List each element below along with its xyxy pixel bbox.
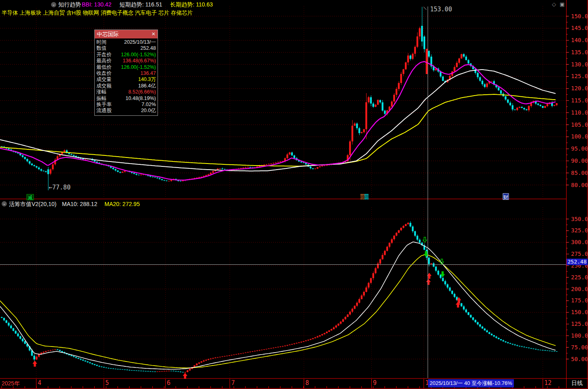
tooltip-row-label: 数值 (96, 45, 107, 51)
tooltip-row-value: 10.48(8.19%) (126, 96, 156, 102)
month-label[interactable]: 7 (231, 379, 235, 387)
tooltip-row-value: 136.47 (141, 70, 156, 77)
axis-label: 100.0 (571, 332, 588, 339)
diamond-icon[interactable]: ◇ (552, 1, 556, 7)
tooltip-row-label: 开盘价 (96, 52, 112, 58)
price-annotation: ←77.80 (49, 184, 70, 191)
trading-terminal: 150.0145.0140.0135.0130.0125.0120.0115.0… (0, 0, 588, 389)
axis-label: 140.0 (571, 37, 588, 43)
tooltip-row-value: 126.00(-1.52%) (121, 52, 156, 58)
tooltip-header[interactable]: 中芯国际 ✕ (95, 30, 158, 38)
axis-label: 95.00 (571, 145, 588, 152)
tooltip-row-value: 8.52(6.66%) (128, 89, 156, 95)
axis-label: 275.0 (571, 251, 588, 257)
tooltip-row: 时间2025/10/13/一 (96, 39, 156, 45)
tooltip-row-label: 时间 (96, 39, 107, 45)
layout-panel-icon[interactable]: ▣ (560, 1, 565, 7)
chart-canvas[interactable]: 150.0145.0140.0135.0130.0125.0120.0115.0… (0, 0, 588, 389)
long-trend-label: 长期趋势: 110.63 (170, 1, 213, 8)
quote-tooltip: 中芯国际 ✕ 时间2025/10/13/一数值252.48开盘价126.00(-… (94, 30, 158, 116)
month-label[interactable]: 8 (305, 379, 309, 387)
axis-label: 125.0 (571, 321, 588, 327)
date-highlight-badge: 2025/10/13/一 40 至今涨幅-10.76% (428, 379, 514, 387)
axis-label: 150.0 (571, 309, 588, 315)
tooltip-row-value: 7.02% (142, 102, 156, 108)
tooltip-row-label: 涨幅 (96, 89, 107, 95)
axis-label: 90.00 (571, 157, 588, 164)
axis-label: 120.0 (571, 85, 588, 91)
tooltip-row-label: 最低价 (96, 64, 112, 70)
tooltip-row-value: 2025/10/13/一 (124, 39, 156, 45)
indicator-name-label[interactable]: 知行趋势 (58, 1, 81, 8)
tooltip-row-value: 20.0亿 (141, 108, 156, 114)
tooltip-row-value: 136.48(6.67%) (123, 58, 156, 64)
ma10-label: MA10: 288.12 (62, 201, 97, 207)
current-value-badge: 252.48 (567, 259, 588, 265)
page-title: 中芯国际(日线.前复权) (2, 1, 58, 8)
tooltip-row-label: 换手率 (96, 102, 112, 108)
tooltip-row: 成交量140.3万 (96, 77, 156, 83)
tooltip-row: 收盘价136.47 (96, 70, 156, 77)
axis-label: 110.0 (571, 109, 588, 116)
axis-label: 145.0 (571, 25, 588, 31)
tooltip-row: 最低价126.00(-1.52%) (96, 64, 156, 70)
short-trend-label: 短期趋势: 116.51 (119, 1, 162, 8)
month-label[interactable]: 5 (105, 379, 109, 387)
close-icon[interactable]: ✕ (151, 30, 156, 38)
month-label[interactable]: 12 (544, 379, 552, 387)
axis-label: 80.00 (571, 182, 588, 188)
axis-label: 300.0 (571, 239, 588, 245)
axis-label: 350.0 (571, 216, 588, 222)
reduce-badge-text: 减 (28, 195, 33, 200)
ma20-label: MA20: 272.95 (104, 201, 140, 207)
axis-label: 225.0 (571, 274, 588, 281)
axis-label: 105.0 (571, 121, 588, 128)
tooltip-row: 最高价136.48(6.67%) (96, 58, 156, 64)
month-label[interactable]: 6 (167, 379, 170, 387)
axis-label: 135.0 (571, 49, 588, 55)
tooltip-row-label: 最高价 (96, 58, 112, 64)
sub-chevron-down-icon[interactable]: ⌄ (2, 201, 7, 206)
axis-label: 85.00 (571, 170, 588, 176)
tooltip-row-value: 252.48 (141, 45, 156, 51)
axis-label: 150.0 (571, 13, 588, 19)
axis-label: 175.0 (571, 297, 588, 304)
axis-label: 130.0 (571, 61, 588, 68)
year-label: 2025年 (2, 380, 20, 387)
report-badge-text: 财 (503, 194, 508, 200)
tooltip-row-value: 140.3万 (138, 77, 156, 83)
tooltip-row-label: 成交量 (96, 77, 112, 83)
tooltip-row: 换手率7.02% (96, 102, 156, 108)
tooltip-row-value: 186.4亿 (138, 83, 156, 89)
halt-badge-text: 停 (364, 194, 369, 200)
period-selector[interactable]: 日线 (571, 380, 583, 387)
tooltip-row-label: 振幅 (96, 96, 107, 102)
month-label[interactable]: 4 (38, 379, 41, 387)
axis-label: 100.0 (571, 133, 588, 140)
tooltip-row: 流通股20.0亿 (96, 108, 156, 114)
axis-label: 50.00 (571, 356, 588, 362)
tooltip-row: 涨幅8.52(6.66%) (96, 89, 156, 95)
tooltip-row: 开盘价126.00(-1.52%) (96, 52, 156, 58)
tooltip-row-value: 126.00(-1.52%) (121, 64, 156, 70)
price-annotation: 153.00 (430, 6, 452, 13)
axis-label: 125.0 (571, 73, 588, 79)
tooltip-row: 振幅10.48(8.19%) (96, 96, 156, 102)
chevron-down-icon[interactable]: ⌄ (51, 2, 56, 7)
tooltip-rows: 时间2025/10/13/一数值252.48开盘价126.00(-1.52%)最… (95, 38, 158, 115)
tooltip-row: 数值252.48 (96, 45, 156, 51)
tooltip-row-label: 收盘价 (96, 70, 112, 77)
month-label[interactable]: 9 (373, 379, 377, 387)
sector-tags[interactable]: 半导体 上海板块 上海自贸 含H股 物联网 消费电子概念 汽车电子 芯片 存储芯… (2, 9, 193, 17)
tooltip-row-label: 流通股 (96, 108, 112, 114)
axis-label: 115.0 (571, 97, 588, 104)
tooltip-title: 中芯国际 (97, 30, 119, 38)
tooltip-row: 成交额186.4亿 (96, 83, 156, 89)
bbi-value-label: BBI: 130.42 (82, 1, 111, 8)
axis-label: 325.0 (571, 227, 588, 234)
axis-label: 75.00 (571, 344, 588, 351)
tooltip-row-label: 成交额 (96, 83, 112, 89)
sub-indicator-name[interactable]: 活筹市值V2(20,10) (9, 201, 56, 208)
axis-label: 200.0 (571, 286, 588, 292)
